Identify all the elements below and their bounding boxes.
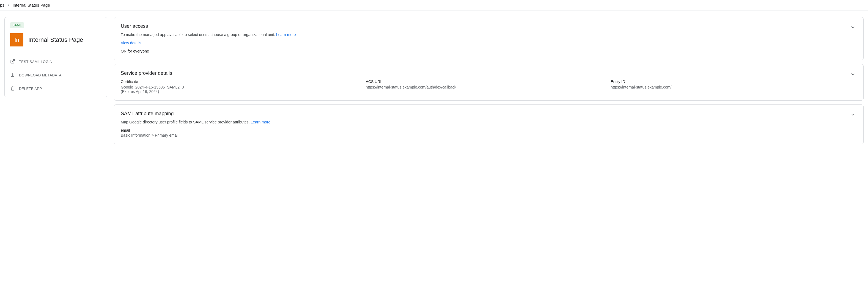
breadcrumb-current: Internal Status Page bbox=[13, 3, 50, 7]
chevron-right-icon bbox=[7, 3, 10, 7]
test-saml-login-label: TEST SAML LOGIN bbox=[19, 60, 53, 64]
attribute-mapping-title: SAML attribute mapping bbox=[121, 111, 849, 117]
chevron-down-icon bbox=[850, 73, 856, 78]
attribute-path: Basic Information > Primary email bbox=[121, 133, 849, 137]
chevron-down-icon bbox=[850, 26, 856, 31]
certificate-label: Certificate bbox=[121, 79, 359, 84]
attribute-mapping-panel: SAML attribute mapping Map Google direct… bbox=[114, 104, 864, 144]
acs-url-label: ACS URL bbox=[366, 79, 604, 84]
download-metadata-button[interactable]: DOWNLOAD METADATA bbox=[5, 68, 107, 82]
download-icon bbox=[10, 72, 15, 78]
app-side-card: SAML In Internal Status Page TEST SAML L… bbox=[4, 17, 107, 97]
breadcrumb-parent[interactable]: ps bbox=[0, 3, 4, 7]
chevron-down-icon bbox=[850, 114, 856, 118]
app-title: Internal Status Page bbox=[28, 36, 83, 43]
expand-service-provider-button[interactable] bbox=[849, 70, 857, 79]
acs-url-field: ACS URL https://internal-status.example.… bbox=[366, 79, 604, 94]
test-saml-login-button[interactable]: TEST SAML LOGIN bbox=[5, 55, 107, 68]
svg-line-0 bbox=[12, 59, 14, 62]
trash-icon bbox=[10, 86, 15, 92]
entity-id-field: Entity ID https://internal-status.exampl… bbox=[611, 79, 849, 94]
user-access-description: To make the managed app available to sel… bbox=[121, 32, 849, 37]
delete-app-button[interactable]: DELETE APP bbox=[5, 82, 107, 95]
entity-id-label: Entity ID bbox=[611, 79, 849, 84]
user-access-panel: User access To make the managed app avai… bbox=[114, 17, 864, 60]
expand-user-access-button[interactable] bbox=[849, 23, 857, 32]
attribute-row: email Basic Information > Primary email bbox=[121, 128, 849, 137]
attribute-mapping-description: Map Google directory user profile fields… bbox=[121, 120, 849, 124]
view-details-link[interactable]: View details bbox=[121, 41, 849, 45]
attribute-name: email bbox=[121, 128, 849, 132]
service-provider-title: Service provider details bbox=[121, 70, 849, 76]
download-metadata-label: DOWNLOAD METADATA bbox=[19, 73, 62, 77]
user-access-learn-more-link[interactable]: Learn more bbox=[276, 32, 296, 37]
saml-badge: SAML bbox=[10, 22, 24, 28]
entity-id-value: https://internal-status.example.com/ bbox=[611, 85, 849, 89]
service-provider-panel: Service provider details Certificate Goo… bbox=[114, 64, 864, 101]
delete-app-label: DELETE APP bbox=[19, 87, 42, 91]
certificate-value: Google_2024-4-16-13535_SAML2_0 (Expires … bbox=[121, 85, 359, 94]
user-access-title: User access bbox=[121, 23, 849, 29]
open-external-icon bbox=[10, 59, 15, 65]
attribute-mapping-learn-more-link[interactable]: Learn more bbox=[251, 120, 271, 124]
app-logo: In bbox=[10, 33, 23, 46]
expand-attribute-mapping-button[interactable] bbox=[849, 111, 857, 119]
breadcrumb: ps Internal Status Page bbox=[0, 0, 868, 10]
certificate-field: Certificate Google_2024-4-16-13535_SAML2… bbox=[121, 79, 359, 94]
user-access-status: ON for everyone bbox=[121, 49, 849, 53]
acs-url-value: https://internal-status.example.com/auth… bbox=[366, 85, 604, 89]
